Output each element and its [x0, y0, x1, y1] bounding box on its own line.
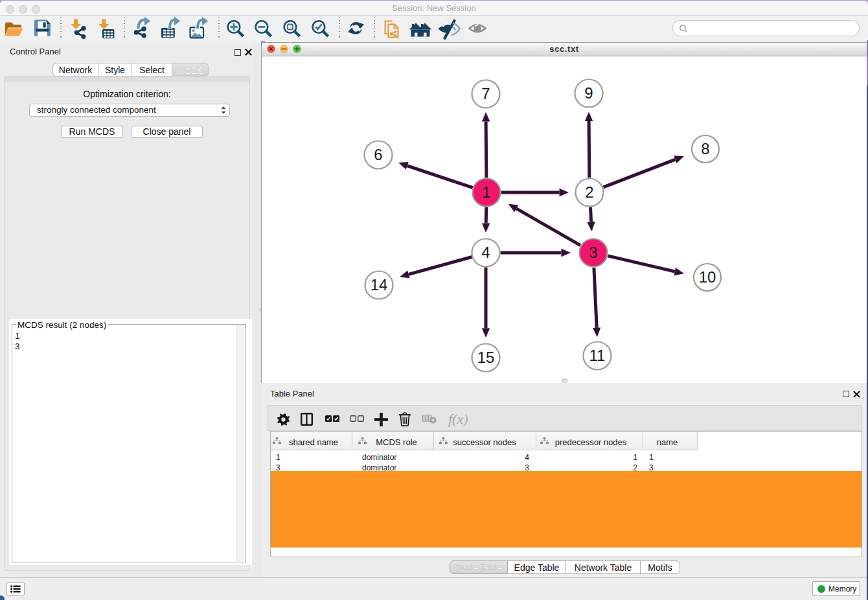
svg-text:6: 6 — [374, 146, 382, 163]
svg-text:9: 9 — [584, 84, 593, 102]
svg-text:1: 1 — [482, 183, 490, 201]
svg-text:10: 10 — [699, 268, 716, 286]
svg-text:15: 15 — [477, 349, 495, 366]
svg-text:7: 7 — [481, 85, 490, 102]
svg-text:3: 3 — [589, 244, 597, 261]
svg-text:4: 4 — [481, 244, 490, 261]
svg-text:2: 2 — [585, 183, 593, 201]
svg-text:14: 14 — [371, 276, 388, 294]
svg-text:11: 11 — [589, 347, 606, 364]
svg-text:8: 8 — [701, 140, 709, 157]
